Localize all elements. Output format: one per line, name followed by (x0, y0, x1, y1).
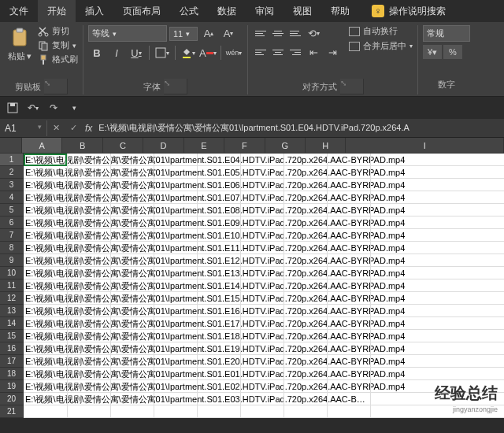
tab-home[interactable]: 开始 (38, 0, 76, 22)
tab-review[interactable]: 审阅 (246, 0, 284, 22)
column-header-F[interactable]: F (224, 138, 265, 154)
align-top-button[interactable] (253, 26, 269, 40)
row-header[interactable]: 5 (0, 204, 24, 216)
cell[interactable]: E:\视频\电视剧\爱情公寓\爱情公寓01\Ipartment.S01.E20.… (24, 355, 504, 368)
cell[interactable]: E:\视频\电视剧\爱情公寓\爱情公寓01\Ipartment.S01.E02.… (24, 380, 504, 393)
align-center-button[interactable] (270, 45, 286, 59)
decrease-indent-button[interactable]: ⇤ (305, 44, 322, 60)
cell[interactable]: E:\视频\电视剧\爱情公寓\爱情公寓01\Ipartment.S01.E18.… (24, 330, 504, 342)
row-header[interactable]: 3 (0, 179, 24, 191)
merge-center-button[interactable]: 合并后居中 ▾ (349, 40, 413, 52)
cell[interactable]: E:\视频\电视剧\爱情公寓\爱情公寓01\Ipartment.S01.E04.… (24, 154, 504, 166)
accounting-format-button[interactable]: ¥▾ (423, 45, 442, 59)
cell[interactable]: E:\视频\电视剧\爱情公寓\爱情公寓01\Ipartment.S01.E13.… (24, 267, 504, 279)
cell[interactable]: E:\视频\电视剧\爱情公寓\爱情公寓01\Ipartment.S01.E15.… (24, 292, 504, 305)
dialog-launcher-icon[interactable]: ⤡ (164, 79, 187, 94)
align-middle-button[interactable] (270, 26, 286, 40)
row-header[interactable]: 11 (0, 279, 24, 292)
cell[interactable]: E:\视频\电视剧\爱情公寓\爱情公寓01\Ipartment.S01.E10.… (24, 229, 504, 242)
row-header[interactable]: 17 (0, 355, 24, 368)
number-format-combo[interactable]: 常规 (423, 25, 470, 42)
row-header[interactable]: 20 (0, 393, 24, 405)
bold-button[interactable]: B (88, 45, 106, 61)
cell[interactable]: E:\视频\电视剧\爱情公寓\爱情公寓01\Ipartment.S01.E11.… (24, 242, 504, 254)
copy-button[interactable]: 复制 ▾ (38, 39, 78, 51)
column-header-I[interactable]: I (346, 138, 504, 154)
tab-page-layout[interactable]: 页面布局 (113, 0, 170, 22)
dialog-launcher-icon[interactable]: ⤡ (44, 79, 68, 94)
cell[interactable]: E:\视频\电视剧\爱情公寓\爱情公寓01\Ipartment.S01.E03.… (24, 393, 504, 405)
enter-button[interactable]: ✓ (65, 123, 82, 133)
row-header[interactable]: 2 (0, 166, 24, 179)
tab-view[interactable]: 视图 (284, 0, 321, 22)
row-header[interactable]: 6 (0, 216, 24, 229)
column-header-G[interactable]: G (265, 138, 306, 154)
qat-customize-button[interactable]: ▾ (68, 102, 80, 114)
tab-formulas[interactable]: 公式 (170, 0, 208, 22)
row-header[interactable]: 9 (0, 254, 24, 267)
percent-button[interactable]: % (443, 45, 462, 59)
cell[interactable] (24, 405, 504, 418)
fill-color-button[interactable]: ▾ (180, 45, 197, 61)
row-header[interactable]: 1 (0, 154, 24, 166)
italic-button[interactable]: I (108, 45, 125, 61)
border-button[interactable]: ▾ (154, 45, 171, 61)
align-bottom-button[interactable] (287, 26, 303, 40)
tab-data[interactable]: 数据 (208, 0, 246, 22)
row-header[interactable]: 10 (0, 267, 24, 279)
row-header[interactable]: 19 (0, 380, 24, 393)
row-header[interactable]: 21 (0, 405, 24, 418)
align-left-button[interactable] (253, 45, 269, 59)
column-header-B[interactable]: B (62, 138, 102, 154)
format-painter-button[interactable]: 格式刷 (38, 54, 78, 65)
select-all-corner[interactable] (0, 138, 22, 154)
worksheet-grid[interactable]: ABCDEFGHI 1E:\视频\电视剧\爱情公寓\爱情公寓01\Ipartme… (0, 138, 504, 418)
row-header[interactable]: 15 (0, 330, 24, 342)
column-header-H[interactable]: H (306, 138, 346, 154)
tab-file[interactable]: 文件 (0, 0, 38, 22)
cell[interactable]: E:\视频\电视剧\爱情公寓\爱情公寓01\Ipartment.S01.E07.… (24, 191, 504, 204)
cell[interactable]: E:\视频\电视剧\爱情公寓\爱情公寓01\Ipartment.S01.E19.… (24, 342, 504, 355)
column-header-C[interactable]: C (103, 138, 143, 154)
increase-font-button[interactable]: A▴ (200, 26, 217, 42)
underline-button[interactable]: U▾ (128, 45, 145, 61)
fx-icon[interactable]: fx (82, 123, 95, 134)
dialog-launcher-icon[interactable]: ⤡ (340, 79, 364, 94)
row-header[interactable]: 4 (0, 191, 24, 204)
orientation-button[interactable]: ⟲▾ (305, 25, 322, 41)
cell[interactable]: E:\视频\电视剧\爱情公寓\爱情公寓01\Ipartment.S01.E12.… (24, 254, 504, 267)
font-name-combo[interactable]: 等线▾ (88, 25, 167, 42)
column-header-D[interactable]: D (143, 138, 183, 154)
cut-button[interactable]: 剪切 (38, 25, 78, 37)
paste-button[interactable]: 粘贴 ▾ (5, 25, 35, 64)
row-header[interactable]: 14 (0, 317, 24, 330)
formula-input[interactable]: E:\视频\电视剧\爱情公寓\爱情公寓01\Ipartment.S01.E04.… (95, 122, 410, 134)
undo-button[interactable]: ↶ ▾ (27, 102, 39, 114)
cell[interactable]: E:\视频\电视剧\爱情公寓\爱情公寓01\Ipartment.S01.E05.… (24, 166, 504, 179)
tab-insert[interactable]: 插入 (76, 0, 113, 22)
redo-button[interactable]: ↷ (47, 102, 60, 114)
wrap-text-button[interactable]: 自动换行 (349, 25, 413, 37)
decrease-font-button[interactable]: A▾ (220, 26, 237, 42)
column-header-A[interactable]: A (22, 138, 62, 154)
cell[interactable]: E:\视频\电视剧\爱情公寓\爱情公寓01\Ipartment.S01.E08.… (24, 204, 504, 216)
cell[interactable]: E:\视频\电视剧\爱情公寓\爱情公寓01\Ipartment.S01.E09.… (24, 216, 504, 229)
cell[interactable]: E:\视频\电视剧\爱情公寓\爱情公寓01\Ipartment.S01.E14.… (24, 279, 504, 292)
row-header[interactable]: 8 (0, 242, 24, 254)
cell[interactable]: E:\视频\电视剧\爱情公寓\爱情公寓01\Ipartment.S01.E06.… (24, 179, 504, 191)
save-button[interactable] (6, 102, 19, 114)
row-header[interactable]: 12 (0, 292, 24, 305)
name-box[interactable]: A1▾ (0, 120, 47, 136)
font-color-button[interactable]: A▾ (199, 45, 217, 61)
cell[interactable]: E:\视频\电视剧\爱情公寓\爱情公寓01\Ipartment.S01.E01.… (24, 368, 504, 380)
row-header[interactable]: 13 (0, 305, 24, 317)
row-header[interactable]: 7 (0, 229, 24, 242)
cell[interactable]: E:\视频\电视剧\爱情公寓\爱情公寓01\Ipartment.S01.E16.… (24, 305, 504, 317)
column-header-E[interactable]: E (184, 138, 224, 154)
cancel-button[interactable]: ✕ (47, 123, 65, 133)
cell[interactable]: E:\视频\电视剧\爱情公寓\爱情公寓01\Ipartment.S01.E17.… (24, 317, 504, 330)
row-header[interactable]: 16 (0, 342, 24, 355)
row-header[interactable]: 18 (0, 368, 24, 380)
phonetic-button[interactable]: wén▾ (225, 45, 243, 61)
tab-help[interactable]: 帮助 (321, 0, 359, 22)
